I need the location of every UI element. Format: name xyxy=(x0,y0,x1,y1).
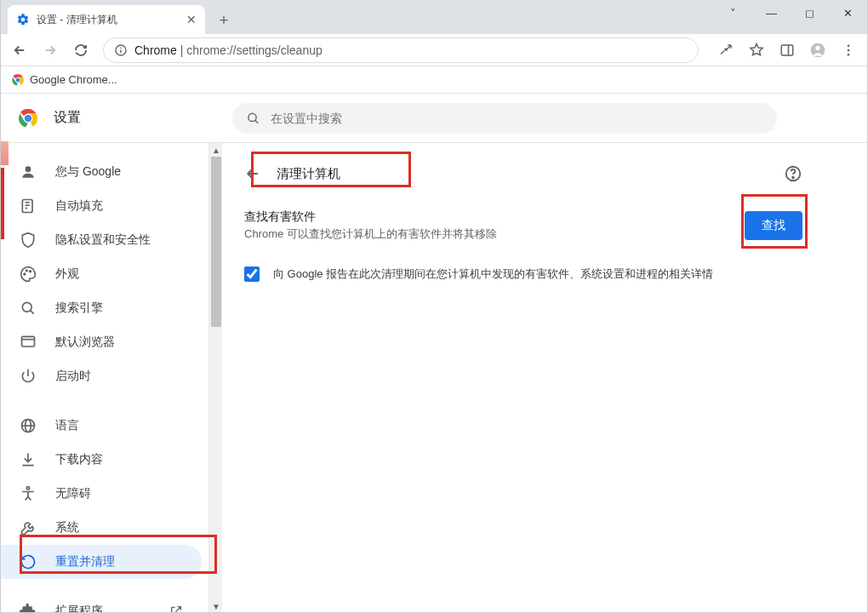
settings-sidebar: 您与 Google 自动填充 隐私设置和安全性 外观 搜索引擎 默认浏览器 启动… xyxy=(1,143,212,613)
gear-icon xyxy=(16,13,30,26)
window-controls: ˅ — ◻ ✕ xyxy=(714,0,867,26)
restore-icon xyxy=(20,553,37,570)
reload-button[interactable] xyxy=(67,37,94,64)
svg-point-1 xyxy=(120,47,122,49)
kebab-menu-icon[interactable] xyxy=(835,37,862,64)
address-bar[interactable]: Chrome | chrome://settings/cleanup xyxy=(103,37,699,63)
site-info-icon[interactable] xyxy=(114,43,128,57)
sidebar-item-default-browser[interactable]: 默认浏览器 xyxy=(1,325,202,359)
annotation-edge xyxy=(1,140,9,166)
side-panel-icon[interactable] xyxy=(774,37,801,64)
svg-point-24 xyxy=(24,273,26,275)
settings-search[interactable] xyxy=(232,103,777,134)
svg-point-34 xyxy=(26,487,29,490)
svg-rect-2 xyxy=(120,49,121,53)
svg-point-6 xyxy=(815,45,819,49)
chevron-down-icon[interactable]: ˅ xyxy=(714,0,752,26)
browser-toolbar: Chrome | chrome://settings/cleanup xyxy=(1,34,867,66)
settings-main-panel: 清理计算机 查找有害软件 Chrome 可以查找您计算机上的有害软件并将其移除 … xyxy=(222,143,867,613)
sidebar-item-system[interactable]: 系统 xyxy=(1,511,202,545)
browser-tab-strip: 设置 - 清理计算机 ✕ + ˅ — ◻ ✕ xyxy=(1,0,867,34)
sidebar-item-extensions[interactable]: 扩展程序 xyxy=(1,594,202,613)
scroll-down-arrow[interactable]: ▼ xyxy=(209,599,223,613)
palette-icon xyxy=(20,266,37,283)
svg-point-17 xyxy=(248,113,256,121)
help-icon[interactable] xyxy=(784,164,802,183)
wrench-icon xyxy=(20,519,37,536)
scrollbar-thumb[interactable] xyxy=(211,157,221,327)
sidebar-item-accessibility[interactable]: 无障碍 xyxy=(1,477,202,511)
find-button[interactable]: 查找 xyxy=(745,211,802,240)
sidebar-scrollbar[interactable]: ▲ ▼ xyxy=(208,143,222,613)
sidebar-item-on-startup[interactable]: 启动时 xyxy=(1,359,202,393)
panel-title: 清理计算机 xyxy=(277,166,340,182)
settings-header: 设置 xyxy=(1,94,867,143)
share-icon[interactable] xyxy=(712,37,740,64)
extension-icon xyxy=(20,603,37,613)
globe-icon xyxy=(20,417,37,434)
scroll-up-arrow[interactable]: ▲ xyxy=(209,143,223,157)
svg-point-8 xyxy=(848,49,850,51)
tab-title: 设置 - 清理计算机 xyxy=(37,13,180,27)
browser-tab[interactable]: 设置 - 清理计算机 ✕ xyxy=(8,5,205,34)
close-tab-icon[interactable]: ✕ xyxy=(186,13,197,26)
svg-point-19 xyxy=(26,166,31,172)
bookmarks-bar: Google Chrome... xyxy=(1,66,867,94)
section-subtitle: Chrome 可以查找您计算机上的有害软件并将其移除 xyxy=(244,226,745,242)
shield-icon xyxy=(20,232,37,249)
browser-icon xyxy=(20,334,37,351)
external-link-icon xyxy=(169,604,183,613)
accessibility-icon xyxy=(20,485,37,502)
report-checkbox-row: 向 Google 报告在此次清理期间在您计算机中发现的有害软件、系统设置和进程的… xyxy=(243,254,804,295)
url-text: Chrome | chrome://settings/cleanup xyxy=(134,43,323,57)
new-tab-button[interactable]: + xyxy=(212,9,236,32)
chrome-favicon xyxy=(11,73,25,87)
back-button[interactable] xyxy=(6,37,33,64)
svg-point-9 xyxy=(848,53,850,55)
section-title: 查找有害软件 xyxy=(244,209,745,225)
forward-button[interactable] xyxy=(37,37,64,64)
autofill-icon xyxy=(20,198,37,215)
svg-point-36 xyxy=(792,177,794,179)
sidebar-item-appearance[interactable]: 外观 xyxy=(1,257,202,291)
svg-line-28 xyxy=(31,311,34,314)
settings-search-input[interactable] xyxy=(271,112,763,125)
bookmark-star-icon[interactable] xyxy=(743,37,770,64)
profile-avatar-icon[interactable] xyxy=(804,37,831,64)
svg-point-27 xyxy=(22,302,31,312)
sidebar-item-downloads[interactable]: 下载内容 xyxy=(1,443,202,477)
power-icon xyxy=(20,368,37,385)
search-icon xyxy=(246,111,260,126)
svg-point-25 xyxy=(26,270,28,272)
sidebar-item-languages[interactable]: 语言 xyxy=(1,409,202,443)
settings-title: 设置 xyxy=(54,109,81,127)
svg-rect-29 xyxy=(22,336,35,347)
sidebar-item-you-and-google[interactable]: 您与 Google xyxy=(1,155,202,189)
report-to-google-checkbox[interactable] xyxy=(244,266,260,282)
sidebar-item-privacy[interactable]: 隐私设置和安全性 xyxy=(1,223,202,257)
close-window-button[interactable]: ✕ xyxy=(829,0,867,26)
svg-point-7 xyxy=(848,44,850,47)
checkbox-label: 向 Google 报告在此次清理期间在您计算机中发现的有害软件、系统设置和进程的… xyxy=(273,266,713,283)
sidebar-item-search-engine[interactable]: 搜索引擎 xyxy=(1,291,202,325)
panel-back-button[interactable] xyxy=(244,165,261,182)
bookmark-item[interactable]: Google Chrome... xyxy=(30,73,117,86)
minimize-button[interactable]: — xyxy=(752,0,791,26)
sidebar-item-reset-cleanup[interactable]: 重置并清理 xyxy=(1,545,202,579)
sidebar-item-autofill[interactable]: 自动填充 xyxy=(1,189,202,223)
person-icon xyxy=(20,163,37,180)
svg-rect-3 xyxy=(781,45,793,55)
annotation-edge xyxy=(1,168,4,239)
search-icon xyxy=(20,300,37,317)
download-icon xyxy=(20,451,37,468)
find-harmful-software-row: 查找有害软件 Chrome 可以查找您计算机上的有害软件并将其移除 查找 xyxy=(243,198,804,254)
maximize-button[interactable]: ◻ xyxy=(791,0,829,26)
svg-line-18 xyxy=(255,120,258,123)
chrome-logo-icon xyxy=(18,108,38,129)
svg-point-26 xyxy=(30,271,31,272)
